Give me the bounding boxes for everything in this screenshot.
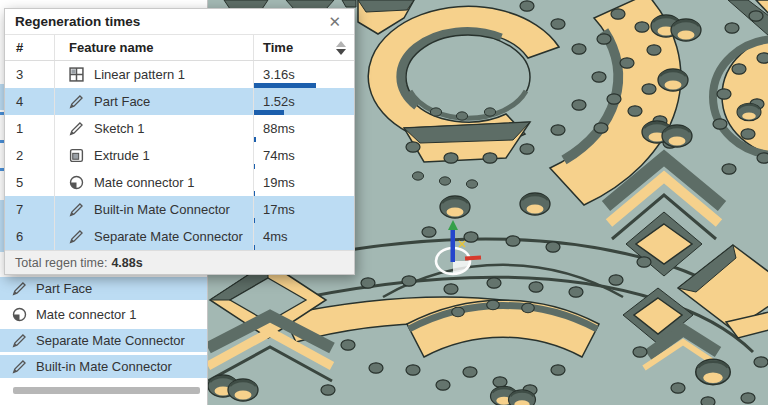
regen-table-body: 3 Linear pattern 1 3.16s 4 Part Face 1.5… [5, 61, 354, 250]
regen-time-value: 74ms [263, 148, 295, 163]
regen-time-bar [254, 245, 255, 250]
feature-name: Linear pattern 1 [94, 67, 185, 82]
rollback-bar[interactable] [13, 387, 200, 394]
regen-table-row[interactable]: 1 Sketch 1 88ms [5, 115, 354, 142]
feature-tree-item[interactable]: Part Face [0, 277, 207, 300]
regen-table-row[interactable]: 6 Separate Mate Connector 4ms [5, 223, 354, 250]
feature-number: 6 [5, 223, 55, 250]
feature-name: Extrude 1 [94, 148, 150, 163]
column-header-time[interactable]: Time [254, 35, 354, 60]
regen-table-row[interactable]: 5 Mate connector 1 19ms [5, 169, 354, 196]
z-axis [451, 228, 456, 262]
total-regen-label: Total regen time: [15, 256, 107, 270]
regen-table-row[interactable]: 3 Linear pattern 1 3.16s [5, 61, 354, 88]
regen-time-value: 19ms [263, 175, 295, 190]
dialog-header: Regeneration times ✕ [5, 9, 354, 34]
total-regen-value: 4.88s [111, 256, 142, 270]
regen-table-row[interactable]: 4 Part Face 1.52s [5, 88, 354, 115]
feature-number: 7 [5, 196, 55, 223]
column-header-feature-name[interactable]: Feature name [55, 35, 254, 60]
feature-label: Mate connector 1 [36, 307, 136, 322]
feature-label: Separate Mate Connector [36, 333, 185, 348]
feature-icon [69, 202, 84, 217]
regen-time-value: 4ms [263, 229, 288, 244]
close-icon[interactable]: ✕ [325, 14, 344, 29]
sort-up-arrow [336, 41, 346, 47]
dialog-footer: Total regen time: 4.88s [5, 250, 354, 274]
feature-icon [69, 175, 84, 190]
feature-icon [69, 229, 84, 244]
feature-icon [12, 333, 27, 348]
regen-time-value: 3.16s [263, 67, 295, 82]
feature-number: 4 [5, 88, 55, 115]
dialog-title: Regeneration times [15, 14, 325, 29]
feature-icon [69, 67, 84, 82]
column-header-number[interactable]: # [5, 35, 55, 60]
feature-icon [12, 307, 27, 322]
sort-icon[interactable] [336, 41, 346, 55]
regen-time-value: 88ms [263, 121, 295, 136]
regen-time-value: 1.52s [263, 94, 295, 109]
feature-label: Built-in Mate Connector [36, 359, 172, 374]
feature-tree-item[interactable]: Built-in Mate Connector [0, 355, 207, 378]
feature-name: Sketch 1 [94, 121, 145, 136]
feature-number: 5 [5, 169, 55, 196]
feature-number: 2 [5, 142, 55, 169]
feature-number: 3 [5, 61, 55, 88]
feature-name: Separate Mate Connector [94, 229, 243, 244]
regen-table-row[interactable]: 7 Built-in Mate Connector 17ms [5, 196, 354, 223]
regen-table-row[interactable]: 2 Extrude 1 74ms [5, 142, 354, 169]
feature-icon [69, 148, 84, 163]
regeneration-times-dialog: Regeneration times ✕ # Feature name Time… [4, 8, 355, 275]
feature-icon [69, 94, 84, 109]
sort-down-arrow [336, 49, 346, 55]
feature-tree-item[interactable]: Separate Mate Connector [0, 329, 207, 352]
feature-icon [12, 281, 27, 296]
feature-number: 1 [5, 115, 55, 142]
feature-tree-item[interactable]: Mate connector 1 [0, 303, 207, 326]
feature-name: Mate connector 1 [94, 175, 194, 190]
feature-name: Built-in Mate Connector [94, 202, 230, 217]
feature-icon [12, 359, 27, 374]
table-header-row: # Feature name Time [5, 34, 354, 61]
feature-icon [69, 121, 84, 136]
feature-tree-list: Part Face Mate connector 1 Separate Mate… [0, 277, 207, 381]
regen-time-value: 17ms [263, 202, 295, 217]
feature-name: Part Face [94, 94, 150, 109]
feature-label: Part Face [36, 281, 92, 296]
